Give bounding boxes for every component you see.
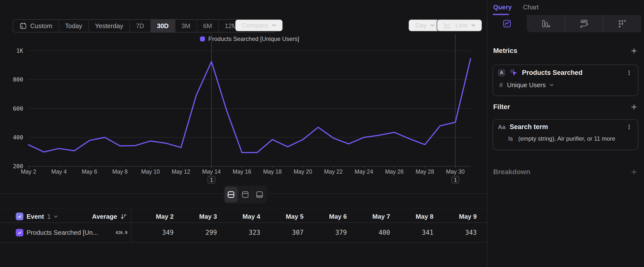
filter-values: (empty string), Air purifier, or 11 more	[518, 135, 615, 142]
table-cell-value: 400	[347, 223, 390, 242]
metrics-section-header: Metrics	[493, 46, 637, 56]
x-axis-label: May 10	[141, 168, 160, 175]
table-header-row: Event 1 Average May 2May 3May 4May 5May …	[0, 211, 487, 222]
chevron-down-icon	[471, 24, 475, 27]
x-axis-label: May 30	[446, 168, 464, 175]
breakdown-section-header: Breakdown	[493, 167, 637, 177]
y-axis-label: 1K	[16, 48, 23, 54]
range-3m[interactable]: 3M	[175, 20, 196, 32]
tab-query[interactable]: Query	[493, 4, 512, 11]
chevron-down-icon	[550, 84, 554, 86]
select-all-checkbox[interactable]	[16, 212, 23, 220]
range-30d[interactable]: 30D	[150, 20, 175, 32]
average-value: 426.9	[64, 223, 128, 242]
x-axis-label: May 4	[52, 168, 67, 175]
average-column-header[interactable]: Average	[64, 211, 127, 222]
chart-type-dropdown[interactable]: Line	[437, 19, 482, 32]
table-row[interactable]: Products Searched [Un... 426.9 349299323…	[0, 223, 487, 242]
table-col-header[interactable]: May 4	[217, 211, 260, 222]
range-yesterday[interactable]: Yesterday	[88, 20, 130, 32]
x-axis-label: May 6	[82, 168, 98, 175]
range-6m[interactable]: 6M	[196, 20, 218, 32]
filter-property-name[interactable]: Search term	[510, 123, 622, 131]
panel-divider	[487, 0, 487, 267]
range-7d[interactable]: 7D	[130, 20, 150, 32]
table-col-header[interactable]: May 7	[347, 211, 390, 222]
layout-chart-bottom-button[interactable]	[253, 187, 266, 202]
flows-tab[interactable]	[564, 15, 603, 32]
row-checkbox[interactable]	[16, 229, 23, 236]
table-cell-value: 307	[260, 223, 304, 242]
x-axis-label: May 16	[233, 168, 251, 175]
sort-descending-icon	[120, 213, 127, 220]
event-count: 1	[47, 213, 51, 220]
average-label: Average	[92, 213, 117, 220]
range-custom[interactable]: Custom	[13, 20, 58, 32]
report-type-tab-group	[527, 15, 641, 32]
filter-card[interactable]: Aa Search term Is (empty string), Air pu…	[492, 119, 638, 150]
table-cell-value: 299	[174, 223, 217, 242]
table-col-header[interactable]: May 6	[304, 211, 347, 222]
table-cell-value: 349	[130, 223, 174, 242]
aggregation-row[interactable]: # Unique Users	[493, 77, 638, 89]
metric-card[interactable]: A Products Searched # Unique Users	[492, 65, 638, 96]
table-cell-value: 323	[217, 223, 260, 242]
range-label: Today	[65, 22, 82, 30]
event-label: Event	[26, 213, 44, 220]
chevron-down-icon	[272, 24, 276, 27]
divider	[238, 188, 238, 201]
table-row-divider	[0, 242, 487, 243]
range-label: 3M	[182, 22, 190, 30]
filter-section-header: Filter	[493, 102, 637, 112]
x-axis-label: May 20	[294, 168, 312, 175]
table-cell-value: 343	[434, 223, 477, 242]
table-col-header[interactable]: May 5	[260, 211, 304, 222]
metric-event-name[interactable]: Products Searched	[522, 69, 622, 77]
insights-tab[interactable]	[487, 15, 527, 32]
annotation-badge-label: 1	[454, 177, 457, 183]
x-axis-label: May 28	[416, 168, 434, 175]
string-property-icon: Aa	[498, 124, 506, 131]
add-breakdown-button[interactable]	[631, 169, 637, 175]
breakdown-heading: Breakdown	[493, 168, 530, 176]
retention-tab[interactable]	[603, 15, 641, 32]
chart-type-label: Line	[455, 22, 468, 29]
table-cell-value: 379	[304, 223, 347, 242]
chevron-down-icon	[430, 24, 434, 27]
annotation-badge-label: 1	[210, 177, 213, 183]
table-col-header[interactable]: May 8	[390, 211, 434, 222]
tab-chart[interactable]: Chart	[523, 4, 539, 11]
filter-condition-row[interactable]: Is (empty string), Air purifier, or 11 m…	[493, 131, 638, 142]
table-col-header[interactable]: May 9	[434, 211, 477, 222]
divider	[252, 188, 253, 201]
series-line[interactable]	[28, 59, 470, 152]
insights-report-screen: CustomTodayYesterday7D30D3M6M12MXTD Comp…	[0, 0, 644, 267]
table-cell-value: 341	[390, 223, 434, 242]
line-chart[interactable]: 2004006008001KMay 2May 4May 6May 8May 10…	[0, 32, 487, 185]
y-axis-label: 800	[13, 76, 23, 83]
x-axis-label: May 26	[385, 168, 404, 175]
table-col-header[interactable]: May 3	[174, 211, 217, 222]
funnels-tab[interactable]	[527, 15, 564, 32]
filter-heading: Filter	[493, 103, 510, 111]
y-axis-label: 400	[13, 134, 23, 141]
table-top-border	[0, 208, 487, 208]
range-label: Custom	[30, 22, 52, 30]
add-filter-button[interactable]	[631, 104, 637, 110]
range-today[interactable]: Today	[58, 20, 88, 32]
layout-split-button[interactable]	[224, 187, 238, 202]
x-axis-label: May 12	[172, 168, 190, 175]
range-label: Yesterday	[95, 22, 123, 30]
table-col-header[interactable]: May 2	[130, 211, 174, 222]
filter-options-icon[interactable]	[626, 124, 632, 130]
filter-operator: Is	[508, 135, 513, 142]
x-axis-label: May 24	[355, 168, 374, 175]
event-column-header[interactable]: Event 1	[26, 211, 58, 222]
x-axis-label: May 2	[21, 168, 36, 175]
add-metric-button[interactable]	[631, 48, 637, 54]
metric-options-icon[interactable]	[626, 70, 632, 76]
compare-button[interactable]: Compare	[235, 19, 283, 32]
range-label: 6M	[203, 22, 212, 30]
layout-chart-top-button[interactable]	[239, 187, 252, 202]
metric-row: A Products Searched	[493, 65, 638, 77]
